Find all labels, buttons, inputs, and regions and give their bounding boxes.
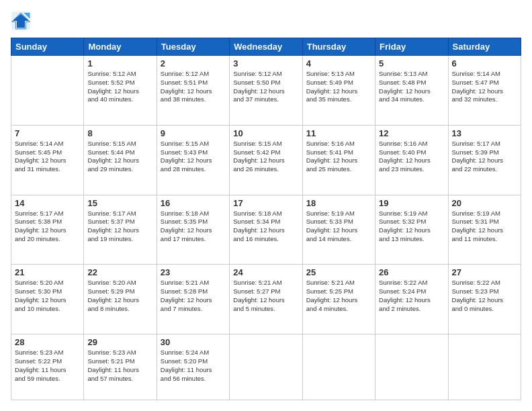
day-number: 14	[15, 198, 80, 208]
day-info: Sunrise: 5:16 AM Sunset: 5:40 PM Dayligh…	[379, 140, 444, 174]
calendar-cell: 16Sunrise: 5:18 AM Sunset: 5:35 PM Dayli…	[157, 195, 229, 265]
calendar-cell: 4Sunrise: 5:13 AM Sunset: 5:49 PM Daylig…	[302, 56, 375, 126]
day-number: 21	[15, 267, 80, 277]
day-info: Sunrise: 5:23 AM Sunset: 5:22 PM Dayligh…	[15, 349, 80, 383]
day-info: Sunrise: 5:22 AM Sunset: 5:23 PM Dayligh…	[452, 279, 517, 313]
weekday-header-tuesday: Tuesday	[157, 38, 229, 56]
day-number: 26	[379, 267, 444, 277]
day-number: 28	[15, 337, 80, 347]
day-info: Sunrise: 5:18 AM Sunset: 5:34 PM Dayligh…	[233, 210, 298, 244]
main-container: SundayMondayTuesdayWednesdayThursdayFrid…	[0, 0, 532, 411]
calendar-cell: 10Sunrise: 5:15 AM Sunset: 5:42 PM Dayli…	[230, 125, 302, 195]
day-number: 18	[306, 198, 371, 208]
day-info: Sunrise: 5:21 AM Sunset: 5:28 PM Dayligh…	[161, 279, 226, 313]
calendar-cell: 19Sunrise: 5:19 AM Sunset: 5:32 PM Dayli…	[375, 195, 448, 265]
day-info: Sunrise: 5:17 AM Sunset: 5:39 PM Dayligh…	[452, 140, 517, 174]
calendar-cell	[302, 334, 375, 400]
logo-icon	[11, 11, 31, 31]
day-number: 19	[379, 198, 444, 208]
calendar-cell: 30Sunrise: 5:24 AM Sunset: 5:20 PM Dayli…	[157, 334, 229, 400]
day-info: Sunrise: 5:17 AM Sunset: 5:38 PM Dayligh…	[15, 210, 80, 244]
day-number: 29	[87, 337, 152, 347]
calendar-cell: 24Sunrise: 5:21 AM Sunset: 5:27 PM Dayli…	[230, 265, 302, 334]
day-number: 25	[306, 267, 371, 277]
day-info: Sunrise: 5:13 AM Sunset: 5:48 PM Dayligh…	[379, 70, 444, 104]
calendar-cell: 15Sunrise: 5:17 AM Sunset: 5:37 PM Dayli…	[84, 195, 157, 265]
day-number: 1	[87, 58, 152, 68]
day-info: Sunrise: 5:20 AM Sunset: 5:30 PM Dayligh…	[15, 279, 80, 313]
day-number: 8	[87, 128, 152, 138]
calendar-cell: 26Sunrise: 5:22 AM Sunset: 5:24 PM Dayli…	[375, 265, 448, 334]
calendar-cell	[230, 334, 302, 400]
day-number: 12	[379, 128, 444, 138]
day-info: Sunrise: 5:19 AM Sunset: 5:33 PM Dayligh…	[306, 210, 371, 244]
weekday-header-wednesday: Wednesday	[230, 38, 302, 56]
week-row-5: 28Sunrise: 5:23 AM Sunset: 5:22 PM Dayli…	[11, 334, 521, 400]
calendar-cell: 20Sunrise: 5:19 AM Sunset: 5:31 PM Dayli…	[448, 195, 521, 265]
week-row-1: 1Sunrise: 5:12 AM Sunset: 5:52 PM Daylig…	[11, 56, 521, 126]
day-info: Sunrise: 5:15 AM Sunset: 5:42 PM Dayligh…	[233, 140, 298, 174]
day-number: 5	[379, 58, 444, 68]
day-number: 7	[15, 128, 80, 138]
day-info: Sunrise: 5:12 AM Sunset: 5:51 PM Dayligh…	[161, 70, 226, 104]
day-info: Sunrise: 5:19 AM Sunset: 5:31 PM Dayligh…	[452, 210, 517, 244]
day-number: 27	[452, 267, 517, 277]
day-number: 23	[161, 267, 226, 277]
day-info: Sunrise: 5:14 AM Sunset: 5:45 PM Dayligh…	[15, 140, 80, 174]
day-number: 10	[233, 128, 298, 138]
day-number: 30	[161, 337, 226, 347]
day-info: Sunrise: 5:21 AM Sunset: 5:25 PM Dayligh…	[306, 279, 371, 313]
day-info: Sunrise: 5:23 AM Sunset: 5:21 PM Dayligh…	[87, 349, 152, 383]
calendar-cell: 3Sunrise: 5:12 AM Sunset: 5:50 PM Daylig…	[230, 56, 302, 126]
day-number: 15	[87, 198, 152, 208]
calendar-cell: 23Sunrise: 5:21 AM Sunset: 5:28 PM Dayli…	[157, 265, 229, 334]
calendar-cell: 7Sunrise: 5:14 AM Sunset: 5:45 PM Daylig…	[11, 125, 84, 195]
day-info: Sunrise: 5:22 AM Sunset: 5:24 PM Dayligh…	[379, 279, 444, 313]
day-number: 20	[452, 198, 517, 208]
day-info: Sunrise: 5:14 AM Sunset: 5:47 PM Dayligh…	[452, 70, 517, 104]
day-number: 2	[161, 58, 226, 68]
week-row-4: 21Sunrise: 5:20 AM Sunset: 5:30 PM Dayli…	[11, 265, 521, 334]
day-info: Sunrise: 5:24 AM Sunset: 5:20 PM Dayligh…	[161, 349, 226, 383]
calendar-cell: 18Sunrise: 5:19 AM Sunset: 5:33 PM Dayli…	[302, 195, 375, 265]
calendar-table: SundayMondayTuesdayWednesdayThursdayFrid…	[11, 38, 521, 400]
calendar-cell: 25Sunrise: 5:21 AM Sunset: 5:25 PM Dayli…	[302, 265, 375, 334]
day-number: 9	[161, 128, 226, 138]
weekday-header-sunday: Sunday	[11, 38, 84, 56]
calendar-cell: 29Sunrise: 5:23 AM Sunset: 5:21 PM Dayli…	[84, 334, 157, 400]
day-info: Sunrise: 5:16 AM Sunset: 5:41 PM Dayligh…	[306, 140, 371, 174]
calendar-cell: 22Sunrise: 5:20 AM Sunset: 5:29 PM Dayli…	[84, 265, 157, 334]
day-info: Sunrise: 5:12 AM Sunset: 5:50 PM Dayligh…	[233, 70, 298, 104]
day-number: 6	[452, 58, 517, 68]
calendar-cell: 5Sunrise: 5:13 AM Sunset: 5:48 PM Daylig…	[375, 56, 448, 126]
logo	[11, 11, 34, 31]
weekday-header-thursday: Thursday	[302, 38, 375, 56]
calendar-cell	[375, 334, 448, 400]
calendar-cell: 2Sunrise: 5:12 AM Sunset: 5:51 PM Daylig…	[157, 56, 229, 126]
day-info: Sunrise: 5:18 AM Sunset: 5:35 PM Dayligh…	[161, 210, 226, 244]
calendar-cell: 1Sunrise: 5:12 AM Sunset: 5:52 PM Daylig…	[84, 56, 157, 126]
calendar-cell: 8Sunrise: 5:15 AM Sunset: 5:44 PM Daylig…	[84, 125, 157, 195]
day-info: Sunrise: 5:15 AM Sunset: 5:44 PM Dayligh…	[87, 140, 152, 174]
day-number: 3	[233, 58, 298, 68]
day-info: Sunrise: 5:20 AM Sunset: 5:29 PM Dayligh…	[87, 279, 152, 313]
weekday-header-friday: Friday	[375, 38, 448, 56]
calendar-cell: 21Sunrise: 5:20 AM Sunset: 5:30 PM Dayli…	[11, 265, 84, 334]
day-number: 16	[161, 198, 226, 208]
header	[11, 11, 521, 31]
calendar-cell: 27Sunrise: 5:22 AM Sunset: 5:23 PM Dayli…	[448, 265, 521, 334]
calendar-cell: 17Sunrise: 5:18 AM Sunset: 5:34 PM Dayli…	[230, 195, 302, 265]
day-info: Sunrise: 5:13 AM Sunset: 5:49 PM Dayligh…	[306, 70, 371, 104]
day-info: Sunrise: 5:12 AM Sunset: 5:52 PM Dayligh…	[87, 70, 152, 104]
calendar-cell: 14Sunrise: 5:17 AM Sunset: 5:38 PM Dayli…	[11, 195, 84, 265]
day-number: 13	[452, 128, 517, 138]
day-number: 22	[87, 267, 152, 277]
day-number: 11	[306, 128, 371, 138]
calendar-cell: 11Sunrise: 5:16 AM Sunset: 5:41 PM Dayli…	[302, 125, 375, 195]
week-row-2: 7Sunrise: 5:14 AM Sunset: 5:45 PM Daylig…	[11, 125, 521, 195]
day-number: 24	[233, 267, 298, 277]
calendar-cell	[11, 56, 84, 126]
calendar-cell: 12Sunrise: 5:16 AM Sunset: 5:40 PM Dayli…	[375, 125, 448, 195]
calendar-cell: 9Sunrise: 5:15 AM Sunset: 5:43 PM Daylig…	[157, 125, 229, 195]
week-row-3: 14Sunrise: 5:17 AM Sunset: 5:38 PM Dayli…	[11, 195, 521, 265]
